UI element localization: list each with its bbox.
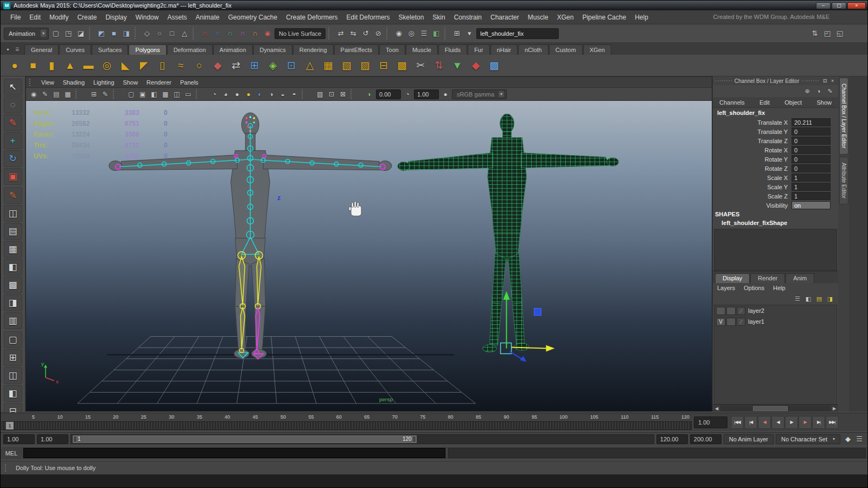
manip-speed-icon[interactable]: ⊕	[802, 86, 812, 96]
new-empty-layer-icon[interactable]: ▤	[814, 294, 824, 304]
shelf-tab[interactable]: XGen	[583, 44, 611, 55]
camera-attributes-icon[interactable]: ✎	[40, 89, 50, 100]
Translate Z[interactable]: Translate Z 0	[713, 136, 838, 145]
shelf-poly-cone[interactable]: ▲	[61, 57, 79, 74]
Visibility[interactable]: Visibility on	[713, 201, 838, 210]
layer-visibility-toggle[interactable]	[716, 307, 725, 315]
field-dropdown-icon[interactable]: ▾	[463, 28, 475, 40]
layer-visibility-toggle[interactable]: V	[716, 318, 725, 326]
toolbox-grid-e-icon[interactable]: ◨	[4, 294, 22, 311]
layer-mode-toggle[interactable]	[726, 307, 736, 315]
menu-item[interactable]: Create	[73, 11, 101, 23]
channel-box-header[interactable]: Channel Box / Layer Editor ⊡×	[713, 76, 838, 85]
channel-menu-item[interactable]: Show	[816, 99, 832, 106]
shelf-tab[interactable]: Custom	[549, 44, 583, 55]
2d-pan-zoom-icon[interactable]: ⊞	[88, 89, 99, 100]
shadows-icon[interactable]: ◐	[254, 89, 265, 100]
shelf-options-icon[interactable]: ☰	[13, 46, 21, 53]
save-scene-icon[interactable]: ◪	[75, 28, 87, 40]
xray-icon[interactable]: ▧	[315, 89, 326, 100]
panel-menu-item[interactable]: Shading	[59, 78, 89, 87]
shelf-tab[interactable]: Dynamics	[253, 44, 292, 55]
title-bar[interactable]: M Autodesk Maya 2015: C:\Users\Cow\Deskt…	[1, 1, 867, 10]
Translate Y[interactable]: Translate Y 0	[713, 127, 838, 136]
live-surface-field[interactable]: No Live Surface	[275, 28, 326, 39]
menu-item[interactable]: Display	[101, 11, 131, 23]
shelf-tab[interactable]: PaintEffects	[334, 44, 379, 55]
snap-to-grid-icon[interactable]: ∩	[199, 28, 211, 40]
menu-item[interactable]: Edit	[25, 11, 45, 23]
anim-layer-selector[interactable]: No Anim Layer	[724, 434, 774, 444]
shelf-triangulate[interactable]: △	[301, 57, 318, 74]
maximize-button[interactable]: ▢	[832, 2, 846, 9]
menu-item[interactable]: Assets	[163, 11, 191, 23]
close-panel-icon[interactable]: ×	[829, 78, 836, 84]
Rotate Z[interactable]: Rotate Z 0	[713, 164, 838, 173]
snap-to-curve-icon[interactable]: ∩	[212, 28, 224, 40]
paint-select-tool[interactable]: ✎	[4, 114, 22, 131]
time-slider-main[interactable]: 5101520253035404550556065707580859095100…	[1, 413, 693, 431]
plugin-shading-icon[interactable]: ⊠	[337, 89, 348, 100]
drag-handle[interactable]	[802, 80, 819, 81]
animation-start-field[interactable]: 1.00	[3, 434, 35, 444]
close-button[interactable]: ×	[847, 2, 866, 9]
sidebar-tab[interactable]: Attribute Editor	[839, 157, 848, 204]
menu-item[interactable]: Edit Deformers	[342, 11, 394, 23]
channel-menu-item[interactable]: Edit	[760, 99, 770, 106]
shelf-smooth[interactable]: ◈	[264, 57, 282, 74]
select-tool[interactable]: ↖	[4, 79, 22, 95]
menu-item[interactable]: Window	[131, 11, 163, 23]
shelf-tab[interactable]: Deformation	[167, 44, 213, 55]
layer-color-swatch[interactable]: ∕	[737, 307, 745, 315]
textured-icon[interactable]: ●	[232, 89, 242, 100]
panel-menu-item[interactable]: Panels	[176, 78, 203, 87]
shelf-poly-soccer-ball[interactable]: ○	[190, 57, 208, 74]
Scale Y[interactable]: Scale Y 1	[713, 182, 838, 191]
menu-item[interactable]: File	[6, 11, 25, 23]
shelf-tab[interactable]: nHair	[490, 44, 518, 55]
mel-label[interactable]: MEL	[2, 450, 21, 457]
film-gate-icon[interactable]: ▢	[126, 89, 137, 100]
playback-start-field[interactable]: 1.00	[37, 434, 68, 444]
grease-pencil-icon[interactable]: ✎	[100, 89, 111, 100]
resolution-gate-icon[interactable]: ▣	[137, 89, 148, 100]
Scale X[interactable]: Scale X 1	[713, 173, 838, 182]
shelf-tab[interactable]: Fur	[468, 44, 490, 55]
shelf-poly-pipe[interactable]: ▯	[154, 57, 171, 74]
Translate X[interactable]: Translate X 20.211	[713, 118, 838, 127]
Rotate X[interactable]: Rotate X 0	[713, 145, 838, 155]
step-back-frame-button[interactable]: |◀	[744, 416, 757, 429]
shelf-poly-plane[interactable]: ▬	[80, 57, 97, 74]
shelf-tab-menu-icon[interactable]: ▾	[4, 46, 12, 53]
safe-action-icon[interactable]: ◫	[171, 89, 182, 100]
gamma-field[interactable]: 1.00	[414, 89, 439, 99]
toolbox-grid-d-icon[interactable]: ▩	[4, 277, 22, 293]
range-slider-track[interactable]: 1 120	[71, 434, 654, 444]
panel-menu-item[interactable]: View	[37, 78, 59, 87]
toggle-attr-editor-icon[interactable]: ◱	[834, 28, 846, 40]
shelf-merge-verts[interactable]: ▩	[393, 57, 411, 74]
menu-item[interactable]: Muscle	[524, 11, 553, 23]
image-plane-icon[interactable]: ▦	[62, 89, 73, 100]
layer-menu-item[interactable]: Options	[744, 285, 764, 291]
character-set-selector[interactable]: No Character Set ▾	[776, 434, 840, 444]
snap-to-view-plane-icon[interactable]: ∩	[249, 28, 261, 40]
shelf-poly-sphere[interactable]: ●	[6, 57, 23, 74]
menu-set-selector[interactable]: Animation ▾	[4, 28, 49, 40]
animation-end-field[interactable]: 200.00	[690, 434, 722, 444]
exposure-field[interactable]: 0.00	[376, 89, 401, 99]
menu-item[interactable]: Geometry Cache	[224, 11, 282, 23]
render-current-frame-icon[interactable]: ◉	[393, 28, 405, 40]
shelf-poly-bridge[interactable]: ⊟	[375, 57, 392, 74]
menu-item[interactable]: Modify	[45, 11, 73, 23]
gate-mask-icon[interactable]: ◧	[149, 89, 159, 100]
shelf-split-tool[interactable]: ✂	[412, 57, 429, 74]
snap-to-projected-center-icon[interactable]: ∩	[237, 28, 248, 40]
layer-editor-tab[interactable]: Render	[750, 273, 785, 283]
ipr-render-icon[interactable]: ◎	[405, 28, 417, 40]
anim-preferences-icon[interactable]: ☰	[854, 434, 865, 445]
no-history-icon[interactable]: ⊘	[372, 28, 384, 40]
lut-icon[interactable]: ●	[441, 89, 450, 100]
layer-row-layer2[interactable]: ∕ layer2	[714, 305, 837, 316]
mel-input[interactable]	[23, 448, 445, 458]
